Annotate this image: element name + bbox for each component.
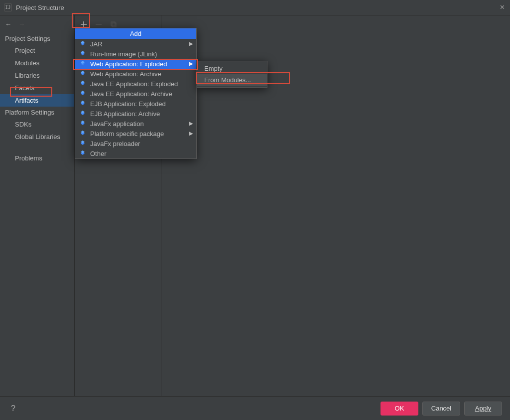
add-menu-item-java-ee-application-exploded[interactable]: Java EE Application: Exploded (75, 79, 196, 89)
add-menu-item-javafx-preloader[interactable]: JavaFx preloader (75, 139, 196, 148)
section-header-project-settings: Project Settings (0, 33, 74, 44)
artifact-type-icon (79, 40, 86, 47)
submenu-arrow-icon: ▶ (189, 61, 193, 66)
artifact-type-icon (79, 80, 86, 87)
sidebar-item-global-libraries[interactable]: Global Libraries (0, 131, 74, 143)
artifact-type-icon (79, 60, 86, 67)
menu-item-label: Platform specific package (90, 130, 164, 138)
artifact-type-icon (79, 50, 86, 57)
menu-item-label: JavaFx application (90, 120, 144, 128)
add-menu-item-ejb-application-exploded[interactable]: EJB Application: Exploded (75, 99, 196, 109)
sidebar-item-artifacts[interactable]: Artifacts (0, 94, 74, 107)
help-icon[interactable]: ? (8, 404, 15, 413)
submenu-item-from-modules[interactable]: From Modules... (197, 74, 267, 86)
section-header-platform-settings: Platform Settings (0, 107, 74, 118)
sidebar: ← → Project Settings Project Modules Lib… (0, 15, 75, 396)
artifact-type-icon (79, 140, 86, 147)
menu-item-label: Other (90, 150, 107, 157)
submenu-arrow-icon: ▶ (189, 41, 193, 46)
sidebar-item-libraries[interactable]: Libraries (0, 69, 74, 82)
add-menu-item-other[interactable]: Other (75, 148, 196, 158)
add-menu-item-ejb-application-archive[interactable]: EJB Application: Archive (75, 109, 196, 119)
add-menu-item-web-application-exploded[interactable]: Web Application: Exploded▶ (75, 59, 196, 69)
nav-forward-icon: → (18, 20, 25, 28)
menu-item-label: Run-time image (JLink) (90, 50, 157, 58)
intellij-logo-icon: IJ (4, 3, 12, 11)
add-menu-item-javafx-application[interactable]: JavaFx application▶ (75, 119, 196, 129)
svg-marker-7 (81, 61, 85, 64)
svg-rect-0 (111, 22, 115, 26)
submenu-arrow-icon: ▶ (189, 131, 193, 136)
svg-rect-1 (112, 23, 116, 27)
sidebar-item-project[interactable]: Project (0, 44, 74, 57)
ok-button[interactable]: OK (381, 402, 418, 416)
add-menu-item-jar[interactable]: JAR▶ (75, 39, 196, 49)
artifact-type-icon (79, 110, 86, 117)
menu-item-label: Web Application: Archive (90, 70, 161, 78)
menu-item-label: Java EE Application: Exploded (90, 80, 178, 88)
svg-marker-3 (81, 41, 85, 44)
artifact-type-icon (79, 100, 86, 107)
artifact-type-icon (79, 90, 86, 97)
window-title: Project Structure (16, 4, 64, 11)
sidebar-item-facets[interactable]: Facets (0, 82, 74, 94)
add-menu-item-platform-specific-package[interactable]: Platform specific package▶ (75, 129, 196, 139)
add-menu-item-web-application-archive[interactable]: Web Application: Archive (75, 69, 196, 79)
sidebar-item-problems[interactable]: Problems (0, 152, 74, 164)
add-menu-item-run-time-image-jlink[interactable]: Run-time image (JLink) (75, 49, 196, 59)
add-menu-item-java-ee-application-archive[interactable]: Java EE Application: Archive (75, 89, 196, 99)
artifact-type-icon (79, 120, 86, 127)
submenu-item-empty[interactable]: Empty (197, 63, 267, 74)
web-app-exploded-submenu: Empty From Modules... (197, 61, 267, 88)
apply-button[interactable]: Apply (464, 402, 502, 416)
popup-header: Add (75, 28, 196, 39)
title-bar: IJ Project Structure ✕ (0, 0, 510, 15)
add-artifact-popup: Add JAR▶Run-time image (JLink)Web Applic… (75, 28, 197, 159)
menu-item-label: JavaFx preloader (90, 140, 140, 147)
cancel-button[interactable]: Cancel (422, 402, 460, 416)
artifact-type-icon (79, 70, 86, 77)
menu-item-label: EJB Application: Exploded (90, 100, 166, 108)
nav-back-icon[interactable]: ← (5, 20, 11, 28)
dialog-footer: ? OK Cancel Apply (0, 396, 510, 420)
submenu-arrow-icon: ▶ (189, 121, 193, 126)
sidebar-item-sdks[interactable]: SDKs (0, 118, 74, 131)
artifact-type-icon (79, 150, 86, 157)
menu-item-label: Java EE Application: Archive (90, 90, 172, 98)
menu-item-label: EJB Application: Archive (90, 110, 160, 118)
menu-item-label: Web Application: Exploded (90, 60, 167, 68)
artifact-type-icon (79, 130, 86, 137)
svg-marker-5 (81, 51, 85, 54)
close-icon[interactable]: ✕ (500, 3, 505, 11)
sidebar-item-modules[interactable]: Modules (0, 57, 74, 69)
menu-item-label: JAR (90, 40, 103, 48)
